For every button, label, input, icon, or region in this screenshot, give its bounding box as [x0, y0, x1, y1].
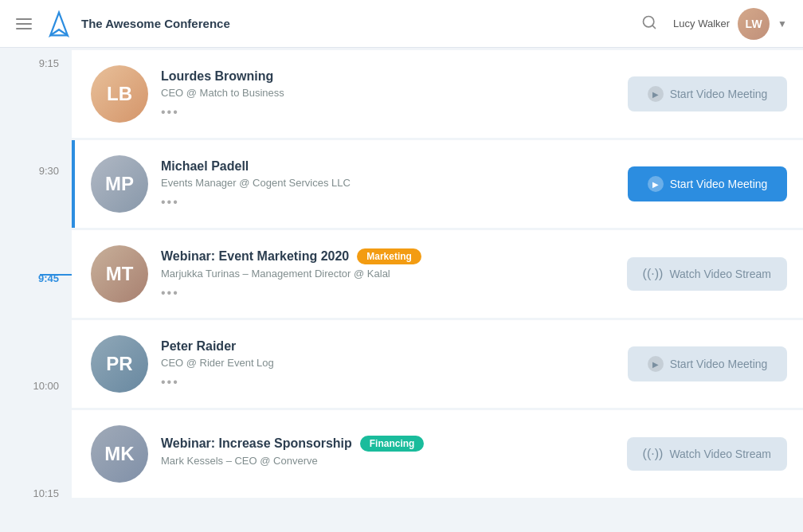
item-info: Webinar: Increase Sponsorship Financing … [161, 436, 614, 473]
item-name: Webinar: Event Marketing 2020 Marketing [161, 248, 614, 264]
play-icon: ▶ [648, 176, 664, 192]
timeline-sidebar: 9:15 9:30 9:45 10:00 10:15 10:30 10:45 1… [0, 48, 72, 532]
avatar: LB [91, 65, 148, 123]
play-icon: ▶ [648, 356, 664, 372]
stream-icon: ((·)) [643, 267, 664, 281]
start-video-meeting-button[interactable]: ▶ Start Video Meeting [628, 76, 787, 111]
app-logo: The Awesome Conference [45, 10, 230, 38]
app-title: The Awesome Conference [81, 17, 230, 30]
timeline-item-1015: 10:15 [0, 478, 72, 532]
schedule-list: LB Lourdes Browning CEO @ Match to Busin… [72, 48, 803, 532]
avatar: MP [91, 155, 148, 213]
item-name: Webinar: Increase Sponsorship Financing [161, 436, 614, 452]
badge-marketing: Marketing [357, 248, 421, 264]
item-info: Webinar: Event Marketing 2020 Marketing … [161, 248, 614, 300]
schedule-item-1: LB Lourdes Browning CEO @ Match to Busin… [72, 50, 803, 138]
item-title: CEO @ Rider Event Log [161, 357, 615, 369]
avatar: MK [91, 425, 148, 483]
item-info: Michael Padell Events Manager @ Cogent S… [161, 159, 615, 209]
item-title: Mark Kessels – CEO @ Converve [161, 455, 614, 467]
schedule-item-3: MT Webinar: Event Marketing 2020 Marketi… [72, 230, 803, 318]
item-more-dots[interactable]: ••• [161, 375, 615, 389]
schedule-item-2: MP Michael Padell Events Manager @ Cogen… [72, 140, 803, 228]
menu-button[interactable] [16, 18, 32, 29]
item-title: CEO @ Match to Business [161, 87, 615, 99]
schedule-item-4: PR Peter Raider CEO @ Rider Event Log ••… [72, 320, 803, 408]
svg-line-3 [652, 25, 656, 28]
item-info: Lourdes Browning CEO @ Match to Business… [161, 69, 615, 119]
logo-icon [45, 10, 73, 38]
user-name: Lucy Walker [673, 18, 730, 29]
avatar: LW [738, 8, 770, 40]
stream-icon: ((·)) [643, 447, 664, 461]
play-icon: ▶ [648, 86, 664, 102]
chevron-down-icon: ▼ [778, 18, 787, 29]
item-title: Events Manager @ Cogent Services LLC [161, 177, 615, 189]
timeline-item-1000: 10:00 [0, 370, 72, 478]
item-name: Michael Padell [161, 159, 615, 174]
item-more-dots[interactable]: ••• [161, 105, 615, 119]
timeline-item-930: 9:30 [0, 155, 72, 263]
item-name: Peter Raider [161, 339, 615, 354]
avatar: MT [91, 245, 148, 303]
main-content: 9:15 9:30 9:45 10:00 10:15 10:30 10:45 1… [0, 48, 803, 532]
header: The Awesome Conference Lucy Walker LW ▼ [0, 0, 803, 48]
item-title: Marjukka Turinas – Management Director @… [161, 268, 614, 280]
watch-video-stream-button[interactable]: ((·)) Watch Video Stream [627, 437, 787, 471]
item-name: Lourdes Browning [161, 69, 615, 84]
item-more-dots[interactable]: ••• [161, 286, 614, 300]
search-button[interactable] [641, 14, 657, 33]
timeline-item-945: 9:45 [0, 263, 72, 370]
schedule-item-5: MK Webinar: Increase Sponsorship Financi… [72, 410, 803, 498]
timeline-item-915: 9:15 [0, 48, 72, 155]
item-more-dots[interactable]: ••• [161, 195, 615, 209]
start-video-meeting-button[interactable]: ▶ Start Video Meeting [628, 166, 787, 201]
item-info: Peter Raider CEO @ Rider Event Log ••• [161, 339, 615, 389]
svg-marker-0 [50, 12, 68, 35]
badge-financing: Financing [360, 436, 425, 452]
start-video-meeting-button[interactable]: ▶ Start Video Meeting [628, 346, 787, 381]
avatar: PR [91, 335, 148, 393]
watch-video-stream-button[interactable]: ((·)) Watch Video Stream [627, 257, 787, 291]
user-menu[interactable]: Lucy Walker LW ▼ [673, 8, 787, 40]
